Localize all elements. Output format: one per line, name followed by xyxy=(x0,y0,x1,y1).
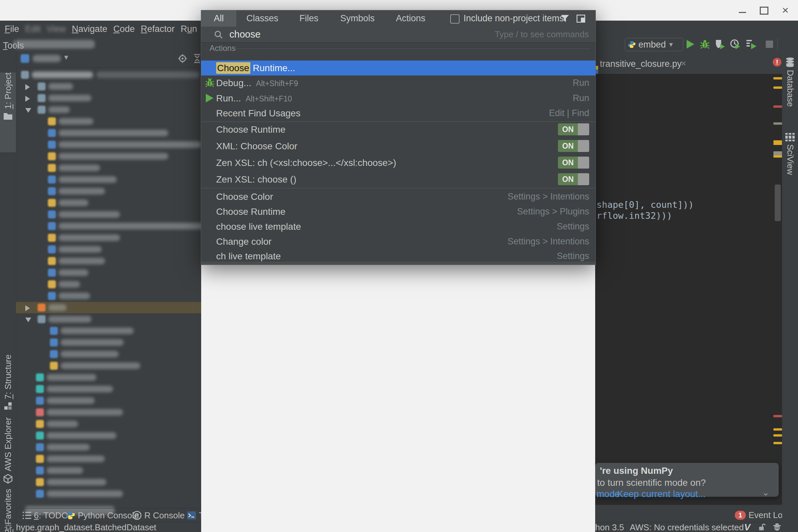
on-off-toggle[interactable]: ON xyxy=(558,157,589,169)
stripe-mark[interactable] xyxy=(773,140,782,142)
run-configuration-select[interactable]: embed ▾ xyxy=(625,38,683,51)
on-off-toggle[interactable]: ON xyxy=(558,124,589,135)
tab-close-icon[interactable]: × xyxy=(681,54,686,73)
chevron-down-icon[interactable]: ⌄ xyxy=(762,488,770,498)
tree-row[interactable] xyxy=(16,221,201,232)
gear-icon[interactable] xyxy=(178,54,187,63)
result-row[interactable]: Zen XSL: choose ()ON xyxy=(201,172,595,187)
tree-row[interactable] xyxy=(16,476,201,488)
tree-row[interactable] xyxy=(16,174,201,185)
tree-row[interactable] xyxy=(16,441,201,453)
tree-row[interactable] xyxy=(16,383,201,395)
run-config-icon[interactable] xyxy=(745,38,757,50)
tree-row[interactable] xyxy=(16,81,201,92)
stripe-mark[interactable] xyxy=(773,155,782,158)
python-interpreter[interactable]: hon 3.5 xyxy=(595,522,624,532)
tree-row[interactable] xyxy=(16,302,201,313)
result-row[interactable]: XML: Choose ColorON xyxy=(201,139,595,154)
notification-link[interactable]: Keep current layout... xyxy=(617,489,706,499)
tool-window-button-rconsole[interactable]: RR Console xyxy=(132,508,185,522)
popup-tab-actions[interactable]: Actions xyxy=(387,10,434,26)
tree-row[interactable] xyxy=(16,337,201,348)
notification-link[interactable]: mode xyxy=(596,489,620,499)
tool-button-project[interactable]: 1: Project xyxy=(0,73,16,152)
tree-row[interactable] xyxy=(16,348,201,360)
result-row[interactable]: Recent Find UsagesEdit | Find xyxy=(201,106,595,121)
close-button[interactable]: × xyxy=(780,5,791,15)
result-row[interactable]: Choose ColorSettings > Intentions xyxy=(201,189,595,204)
tree-row[interactable] xyxy=(16,488,201,499)
tree-row[interactable] xyxy=(16,162,201,174)
tree-row[interactable] xyxy=(16,197,201,208)
result-row[interactable]: Change colorSettings > Intentions xyxy=(201,234,595,249)
chevron-right-icon[interactable] xyxy=(25,305,30,311)
stripe-mark[interactable] xyxy=(773,434,782,437)
tool-button-sciview[interactable]: SciView xyxy=(782,133,798,181)
tree-row[interactable] xyxy=(16,372,201,383)
on-off-toggle[interactable]: ON xyxy=(558,173,589,185)
open-in-window-icon[interactable] xyxy=(576,15,585,23)
tree-row[interactable] xyxy=(16,453,201,464)
tree-row[interactable] xyxy=(16,360,201,372)
result-row[interactable]: Debug...Alt+Shift+F9Run xyxy=(201,75,595,91)
chevron-down-icon[interactable] xyxy=(25,318,31,322)
tree-row[interactable] xyxy=(16,325,201,337)
run-icon[interactable] xyxy=(684,38,696,50)
chevron-right-icon[interactable] xyxy=(25,84,30,90)
tree-row[interactable] xyxy=(16,244,201,255)
search-input[interactable]: choose xyxy=(229,26,261,42)
tree-row[interactable] xyxy=(16,151,201,162)
chevron-down-icon[interactable]: ▾ xyxy=(64,53,68,62)
tree-row[interactable] xyxy=(16,116,201,127)
editor-tab[interactable]: transitive_closure.py xyxy=(600,54,682,74)
tree-row[interactable] xyxy=(16,430,201,441)
result-row[interactable]: Zen XSL: ch (<xsl:choose>...</xsl:choose… xyxy=(201,155,595,170)
result-row[interactable]: Run...Alt+Shift+F10Run xyxy=(201,91,595,106)
filter-icon[interactable] xyxy=(560,15,569,23)
stripe-mark[interactable] xyxy=(773,122,782,125)
tree-row[interactable] xyxy=(16,407,201,418)
popup-tab-all[interactable]: All xyxy=(201,10,236,26)
tree-row[interactable] xyxy=(16,279,201,290)
minimize-button[interactable] xyxy=(737,5,748,15)
tree-row[interactable] xyxy=(16,465,201,476)
aws-credentials[interactable]: AWS: No credentials selected xyxy=(630,522,744,532)
result-row[interactable]: Choose Runtime... xyxy=(201,60,595,75)
event-log-button[interactable]: 1 Event Log xyxy=(735,509,787,521)
coverage-icon[interactable] xyxy=(714,38,726,50)
chevron-down-icon[interactable] xyxy=(25,108,31,113)
result-row[interactable]: Choose RuntimeON xyxy=(201,122,595,137)
stripe-mark[interactable] xyxy=(773,442,782,444)
incognito-icon[interactable] xyxy=(773,523,781,532)
result-row[interactable]: choose live templateSettings xyxy=(201,219,595,234)
collapse-all-icon[interactable] xyxy=(193,54,201,63)
debug-icon[interactable] xyxy=(699,38,711,50)
tool-window-button-pythonconsole[interactable]: Python Console xyxy=(66,508,139,522)
stripe-mark[interactable] xyxy=(773,428,782,431)
tree-row[interactable] xyxy=(16,127,201,139)
inspection-error-badge[interactable]: ! xyxy=(773,58,781,66)
popup-tab-files[interactable]: Files xyxy=(289,10,329,26)
tool-button-structure[interactable]: 7: Structure xyxy=(0,355,16,413)
popup-tab-classes[interactable]: Classes xyxy=(242,10,282,26)
stripe-mark[interactable] xyxy=(773,77,782,79)
tree-row[interactable] xyxy=(16,314,201,325)
stripe-mark[interactable] xyxy=(773,106,782,108)
tree-row[interactable] xyxy=(16,92,201,104)
popup-tab-symbols[interactable]: Symbols xyxy=(334,10,381,26)
tool-button-aws[interactable]: AWS Explorer xyxy=(0,417,16,485)
tree-row[interactable] xyxy=(16,418,201,430)
maximize-button[interactable] xyxy=(758,5,770,15)
tool-window-button-todo[interactable]: 6: TODO xyxy=(23,508,68,522)
tree-row[interactable] xyxy=(16,395,201,406)
profiler-icon[interactable] xyxy=(729,38,741,50)
tree-row[interactable] xyxy=(16,232,201,243)
lock-icon[interactable] xyxy=(758,524,766,531)
tool-button-database[interactable]: Database xyxy=(782,57,798,114)
tree-row[interactable] xyxy=(16,290,201,302)
tree-row[interactable] xyxy=(16,255,201,267)
result-row[interactable]: Choose RuntimeSettings > Plugins xyxy=(201,204,595,219)
tree-row[interactable] xyxy=(16,186,201,197)
tree-row[interactable] xyxy=(16,267,201,278)
tree-row-root[interactable] xyxy=(16,69,201,80)
